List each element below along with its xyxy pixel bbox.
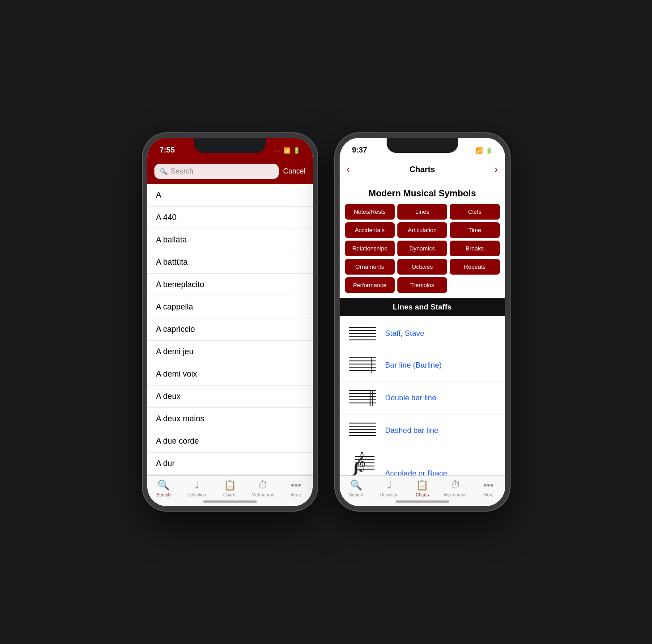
wifi-icon: 📶: [283, 147, 290, 154]
search-bar[interactable]: 🔍 Search: [154, 164, 279, 179]
list-item[interactable]: A due corde: [147, 430, 313, 453]
search-tab-icon: 🔍: [158, 479, 170, 491]
battery-icon: 🔋: [293, 147, 300, 154]
tab-definition-label: Definition: [188, 492, 206, 497]
definition-tab-icon: ♩: [195, 479, 199, 491]
brace-symbol: { 𝄞 𝄢: [347, 453, 378, 475]
tab-more-2[interactable]: ••• More: [472, 479, 505, 497]
list-item[interactable]: A demi voix: [147, 363, 313, 386]
tab-more-label: More: [291, 492, 301, 497]
wifi-icon-2: 📶: [476, 147, 483, 154]
grid-btn-notes-rests[interactable]: Notes/Rests: [345, 204, 395, 220]
chart-row-brace[interactable]: { 𝄞 𝄢 Accolade or Brace: [340, 447, 505, 475]
tab-charts[interactable]: 📋 Charts: [213, 479, 247, 497]
search-placeholder[interactable]: Search: [171, 167, 194, 175]
search-results-list[interactable]: A A 440 A balláta A battúta A beneplacit…: [147, 184, 313, 475]
chart-row-staff[interactable]: Staff, Stave: [340, 318, 505, 349]
tab-charts-label: Charts: [223, 492, 236, 497]
grid-btn-articulation[interactable]: Articulation: [397, 222, 447, 238]
tab-metronome-2[interactable]: ⏱ Metronome: [439, 479, 472, 497]
grid-btn-tremolos[interactable]: Tremolos: [397, 277, 447, 293]
list-item[interactable]: A: [147, 184, 313, 207]
chart-name-dashed-barline: Dashed bar line: [385, 426, 498, 435]
tab-search-label-2: Search: [349, 492, 363, 497]
list-item[interactable]: A 440: [147, 207, 313, 229]
search-tab-icon-2: 🔍: [350, 479, 362, 491]
cancel-button[interactable]: Cancel: [283, 167, 306, 175]
grid-btn-repeats[interactable]: Repeats: [450, 259, 499, 275]
list-item[interactable]: A deux mains: [147, 408, 313, 430]
list-item[interactable]: A cappella: [147, 296, 313, 318]
grid-btn-clefs[interactable]: Clefs: [450, 204, 499, 220]
charts-tab-icon: 📋: [224, 479, 236, 491]
grid-btn-octaves[interactable]: Octaves: [397, 259, 447, 275]
list-item[interactable]: A demi jeu: [147, 341, 313, 363]
grid-btn-lines[interactable]: Lines: [397, 204, 447, 220]
chart-row-barline[interactable]: Bar line (Barline): [340, 349, 505, 382]
home-indicator-2: [396, 500, 449, 503]
tab-charts-label-2: Charts: [416, 492, 429, 497]
grid-btn-empty: [450, 277, 499, 293]
grid-btn-time[interactable]: Time: [450, 222, 499, 238]
status-bar-1: 7:55 ···· 📶 🔋: [147, 138, 313, 160]
tab-search[interactable]: 🔍 Search: [147, 479, 180, 497]
forward-button[interactable]: ›: [494, 164, 498, 175]
page-title: Charts: [409, 165, 435, 174]
staff-symbol: [347, 327, 378, 340]
list-item[interactable]: A deux: [147, 386, 313, 408]
section-lines-staffs: Lines and Staffs: [340, 298, 505, 316]
tab-more-label-2: More: [483, 492, 494, 497]
more-tab-icon-2: •••: [483, 479, 494, 491]
tab-definition[interactable]: ♩ Definition: [180, 479, 213, 497]
metronome-tab-icon-2: ⏱: [451, 479, 460, 491]
back-button[interactable]: ‹: [347, 164, 350, 175]
category-grid: Notes/Rests Lines Clefs Accidentals Arti…: [340, 204, 505, 298]
list-item[interactable]: A capriccio: [147, 318, 313, 341]
tab-metronome-label-2: Metronome: [444, 492, 467, 497]
tab-search-2[interactable]: 🔍 Search: [340, 479, 373, 497]
barline-symbol: [347, 356, 378, 375]
tab-definition-2[interactable]: ♩ Definition: [373, 479, 406, 497]
tab-metronome[interactable]: ⏱ Metronome: [247, 479, 280, 497]
charts-content[interactable]: Modern Musical Symbols Notes/Rests Lines…: [340, 181, 505, 475]
list-item[interactable]: A beneplacito: [147, 274, 313, 296]
tab-charts-2[interactable]: 📋 Charts: [406, 479, 439, 497]
metronome-tab-icon: ⏱: [258, 479, 268, 491]
charts-tab-icon-2: 📋: [416, 479, 428, 491]
grid-btn-performance[interactable]: Performance: [345, 277, 395, 293]
phone-search: 7:55 ···· 📶 🔋 🔍 Search Cancel A A 440 A …: [143, 133, 317, 511]
status-time-1: 7:55: [160, 146, 175, 155]
search-magnifier-icon: 🔍: [160, 168, 167, 175]
grid-btn-ornaments[interactable]: Ornaments: [345, 259, 395, 275]
dots-icon: ····: [274, 147, 280, 154]
chart-row-double-barline[interactable]: Double bar line: [340, 382, 505, 415]
tab-more[interactable]: ••• More: [280, 479, 313, 497]
battery-icon-2: 🔋: [486, 147, 493, 154]
chart-name-staff: Staff, Stave: [385, 329, 498, 338]
definition-tab-icon-2: ♩: [387, 479, 392, 491]
grid-btn-dynamics[interactable]: Dynamics: [397, 241, 447, 256]
grid-btn-relationships[interactable]: Relationships: [345, 241, 395, 256]
list-item[interactable]: A dur: [147, 453, 313, 475]
grid-btn-breaks[interactable]: Breaks: [450, 241, 499, 256]
status-bar-2: 9:37 📶 🔋: [340, 138, 505, 160]
dashed-barline-symbol: [347, 421, 378, 441]
tab-definition-label-2: Definition: [380, 492, 399, 497]
list-item[interactable]: A balláta: [147, 229, 313, 251]
search-header: 🔍 Search Cancel: [147, 160, 313, 184]
charts-main-title: Modern Musical Symbols: [340, 181, 505, 204]
home-indicator-1: [203, 500, 257, 503]
chart-name-barline: Bar line (Barline): [385, 361, 498, 370]
tab-search-label: Search: [157, 492, 171, 497]
status-icons-1: ···· 📶 🔋: [274, 147, 300, 154]
chart-row-dashed-barline[interactable]: Dashed bar line: [340, 415, 505, 447]
list-item[interactable]: A battúta: [147, 251, 313, 274]
double-barline-symbol: [347, 388, 378, 408]
charts-nav: ‹ Charts ›: [340, 160, 505, 181]
grid-btn-accidentals[interactable]: Accidentals: [345, 222, 395, 238]
status-time-2: 9:37: [352, 146, 367, 155]
chart-name-brace: Accolade or Brace: [385, 469, 498, 475]
status-icons-2: 📶 🔋: [476, 147, 493, 154]
phone-charts: 9:37 📶 🔋 ‹ Charts › Modern Musical Symbo…: [335, 133, 510, 511]
tab-metronome-label: Metronome: [251, 492, 274, 497]
